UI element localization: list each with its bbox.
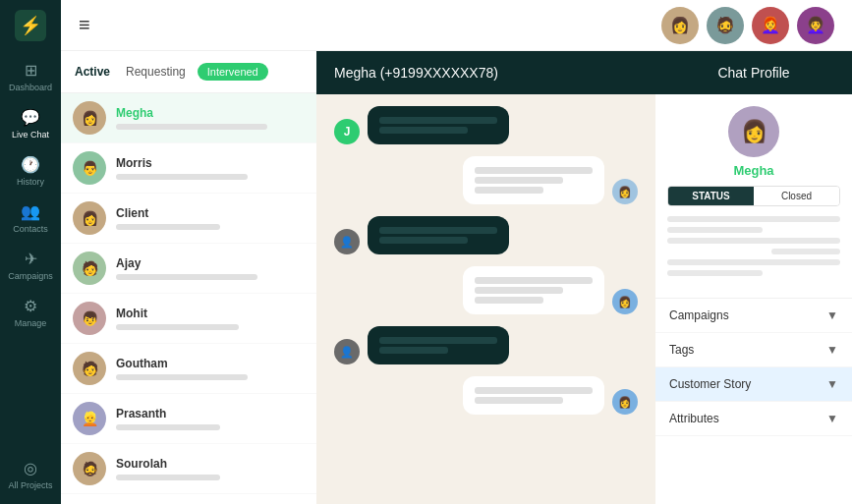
chat-panel: Megha (+9199XXXXXX78) J 👩 (316, 51, 655, 504)
status-label: STATUS (668, 187, 754, 205)
contact-item-sourolah[interactable]: 🧔 Sourolah (61, 444, 316, 494)
tab-active[interactable]: Active (71, 63, 114, 81)
avatar-prasanth: 👱 (73, 402, 106, 435)
sidebar-item-contacts[interactable]: 👥 Contacts (0, 196, 61, 240)
msg-avatar-2: 👩 (612, 179, 638, 204)
message-row-4: 👩 (334, 266, 638, 314)
dropdown-customer-story-label: Customer Story (669, 377, 751, 391)
dropdown-campaigns[interactable]: Campaigns ▼ (655, 299, 852, 333)
contact-preview-mohit (116, 324, 239, 330)
contact-name-prasanth: Prasanth (116, 407, 305, 420)
profile-name: Megha (733, 163, 773, 178)
svg-text:⚡: ⚡ (20, 15, 42, 36)
sidebar-item-label: Dashboard (9, 83, 52, 92)
contacts-icon: 👥 (21, 202, 40, 221)
msg-bubble-4 (463, 266, 604, 314)
contact-item-mohit[interactable]: 👦 Mohit (61, 294, 316, 344)
profile-avatar: 👩 (728, 106, 779, 157)
profile-body: 👩 Megha STATUS Closed (655, 94, 852, 298)
chevron-down-icon: ▼ (826, 308, 838, 322)
history-icon: 🕐 (21, 155, 40, 174)
top-avatar-4: 👩‍🦱 (797, 7, 834, 44)
chevron-down-icon: ▼ (826, 412, 838, 425)
chat-header: Megha (+9199XXXXXX78) (316, 51, 655, 94)
sidebar-item-history[interactable]: 🕐 History (0, 149, 61, 193)
top-avatar-1: 👩 (661, 7, 699, 44)
msg-avatar-6: 👩 (612, 389, 638, 415)
contact-item-ajay[interactable]: 🧑 Ajay (61, 244, 316, 294)
contact-list: 👩 Megha 👨 Morris 👩 (61, 93, 316, 504)
top-avatar-2: 🧔 (707, 7, 744, 44)
dashboard-icon: ⊞ (25, 61, 37, 80)
chevron-down-icon: ▼ (826, 377, 838, 391)
message-row-3: 👤 (334, 216, 638, 254)
msg-avatar-5: 👤 (334, 339, 360, 364)
avatar-sourolah: 🧔 (73, 452, 106, 485)
message-row-2: 👩 (334, 156, 638, 204)
sidebar-item-manage[interactable]: ⚙ Manage (0, 291, 61, 334)
contact-item-prasanth[interactable]: 👱 Prasanth (61, 394, 316, 444)
hamburger-icon[interactable]: ≡ (79, 14, 90, 36)
sidebar-item-label: Live Chat (12, 130, 49, 140)
contact-preview-goutham (116, 374, 248, 380)
live-chat-icon: 💬 (21, 108, 40, 127)
msg-avatar-4: 👩 (612, 289, 638, 314)
contact-name-megha: Megha (116, 106, 305, 120)
sidebar-item-label: Manage (15, 318, 47, 328)
contact-preview-megha (116, 124, 267, 130)
profile-panel: Chat Profile 👩 Megha STATUS Closed (655, 51, 852, 504)
contact-name-mohit: Mohit (116, 307, 305, 320)
contact-preview-sourolah (116, 475, 220, 480)
profile-header: Chat Profile (655, 51, 852, 94)
sidebar-item-campaigns[interactable]: ✈ Campaigns (0, 244, 61, 287)
contact-preview-morris (116, 174, 248, 180)
dropdown-campaigns-label: Campaigns (669, 308, 729, 322)
contact-item-goutham[interactable]: 🧑 Goutham (61, 344, 316, 394)
sidebar-item-live-chat[interactable]: 💬 Live Chat (0, 102, 61, 145)
dropdown-tags-label: Tags (669, 343, 694, 357)
msg-bubble-5 (368, 326, 509, 364)
top-avatars-container: 👩 🧔 👩‍🦰 👩‍🦱 (661, 7, 834, 44)
avatar-ajay: 🧑 (73, 252, 106, 285)
profile-dropdowns: Campaigns ▼ Tags ▼ Customer Story ▼ Attr… (655, 298, 852, 436)
contact-panel: Active Requesting Intervened 👩 Megha 👨 (61, 51, 316, 504)
sidebar-item-all-projects[interactable]: ◎ All Projects (0, 453, 61, 496)
message-row-1: J (334, 106, 638, 144)
manage-icon: ⚙ (24, 297, 37, 315)
contact-name-ajay: Ajay (116, 256, 305, 270)
avatar-morris: 👨 (73, 151, 106, 185)
contact-item-megha[interactable]: 👩 Megha (61, 93, 316, 143)
dropdown-tags[interactable]: Tags ▼ (655, 333, 852, 367)
contact-preview-prasanth (116, 424, 220, 430)
profile-info-lines (667, 216, 840, 276)
contact-name-sourolah: Sourolah (116, 457, 305, 471)
chat-messages: J 👩 👤 (316, 94, 655, 504)
tab-requesting[interactable]: Requesting (122, 63, 190, 81)
contact-item-client[interactable]: 👩 Client (61, 194, 316, 244)
contact-preview-ajay (116, 274, 257, 280)
dropdown-customer-story[interactable]: Customer Story ▼ (655, 367, 852, 402)
sidebar-item-label: Contacts (13, 224, 48, 234)
chat-header-title: Megha (+9199XXXXXX78) (334, 65, 498, 81)
sidebar-item-label: All Projects (8, 480, 52, 490)
contact-name-morris: Morris (116, 156, 305, 170)
chevron-down-icon: ▼ (826, 343, 838, 357)
sidebar-item-dashboard[interactable]: ⊞ Dashboard (0, 55, 61, 98)
contact-item-morris[interactable]: 👨 Morris (61, 143, 316, 194)
msg-bubble-2 (463, 156, 604, 204)
msg-avatar-1: J (334, 119, 360, 144)
message-row-6: 👩 (334, 376, 638, 415)
contact-name-client: Client (116, 206, 305, 220)
status-value: Closed (754, 187, 839, 205)
sidebar: ⚡ ⊞ Dashboard 💬 Live Chat 🕐 History 👥 Co… (0, 0, 61, 504)
dropdown-attributes[interactable]: Attributes ▼ (655, 402, 852, 436)
msg-avatar-3: 👤 (334, 229, 360, 254)
dropdown-attributes-label: Attributes (669, 412, 719, 425)
profile-status-row: STATUS Closed (667, 186, 840, 206)
sidebar-item-label: History (17, 177, 44, 187)
tab-intervened[interactable]: Intervened (198, 63, 268, 81)
msg-bubble-1 (368, 106, 509, 144)
sidebar-logo: ⚡ (13, 8, 48, 43)
contact-name-goutham: Goutham (116, 357, 305, 370)
profile-header-title: Chat Profile (717, 65, 789, 81)
